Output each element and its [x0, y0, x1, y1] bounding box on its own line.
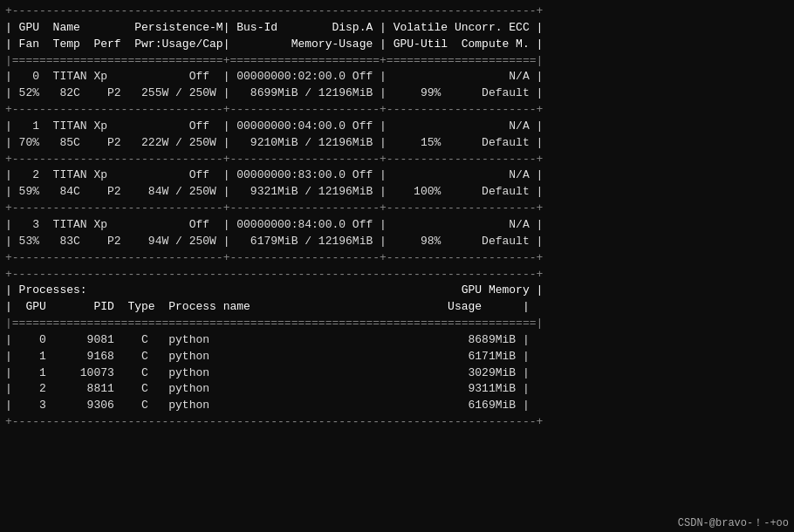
- terminal-line: +-------------------------------+-------…: [5, 250, 789, 267]
- terminal-line: | 1 9168 C python 6171MiB |: [5, 349, 789, 365]
- terminal-line: | 59% 84C P2 84W / 250W | 9321MiB / 1219…: [5, 184, 789, 201]
- terminal-line: +-------------------------------+-------…: [5, 152, 789, 168]
- terminal-line: +---------------------------------------…: [5, 267, 789, 283]
- terminal-line: |=======================================…: [5, 316, 789, 332]
- terminal-line: | 52% 82C P2 255W / 250W | 8699MiB / 121…: [5, 85, 789, 102]
- terminal-line: | 2 8811 C python 9311MiB |: [5, 381, 789, 398]
- terminal-line: | Fan Temp Perf Pwr:Usage/Cap| Memory-Us…: [5, 37, 789, 53]
- terminal-line: | 3 TITAN Xp Off | 00000000:84:00.0 Off …: [5, 217, 789, 234]
- terminal-line: | 53% 83C P2 94W / 250W | 6179MiB / 1219…: [5, 234, 789, 250]
- terminal-line: +---------------------------------------…: [5, 414, 789, 431]
- terminal-line: | 1 10073 C python 3029MiB |: [5, 365, 789, 382]
- terminal-line: | 1 TITAN Xp Off | 00000000:04:00.0 Off …: [5, 119, 789, 135]
- bottom-status-bar: CSDN-@bravo-！-+oo: [673, 514, 794, 532]
- terminal-line: | 70% 85C P2 222W / 250W | 9210MiB / 121…: [5, 135, 789, 152]
- terminal-line: | 0 TITAN Xp Off | 00000000:02:00.0 Off …: [5, 69, 789, 85]
- gpu-info-output: +---------------------------------------…: [5, 3, 789, 431]
- terminal-line: | 0 9081 C python 8689MiB |: [5, 332, 789, 349]
- terminal-line: +-------------------------------+-------…: [5, 201, 789, 217]
- terminal-line: | Processes: GPU Memory |: [5, 283, 789, 299]
- terminal-line: | GPU Name Persistence-M| Bus-Id Disp.A …: [5, 20, 789, 37]
- terminal-line: +---------------------------------------…: [5, 3, 789, 20]
- terminal-window: +---------------------------------------…: [0, 0, 794, 532]
- terminal-line: |===============================+=======…: [5, 53, 789, 70]
- terminal-line: | 3 9306 C python 6169MiB |: [5, 398, 789, 414]
- terminal-line: | 2 TITAN Xp Off | 00000000:83:00.0 Off …: [5, 167, 789, 184]
- terminal-line: | GPU PID Type Process name Usage |: [5, 299, 789, 316]
- terminal-line: +-------------------------------+-------…: [5, 102, 789, 119]
